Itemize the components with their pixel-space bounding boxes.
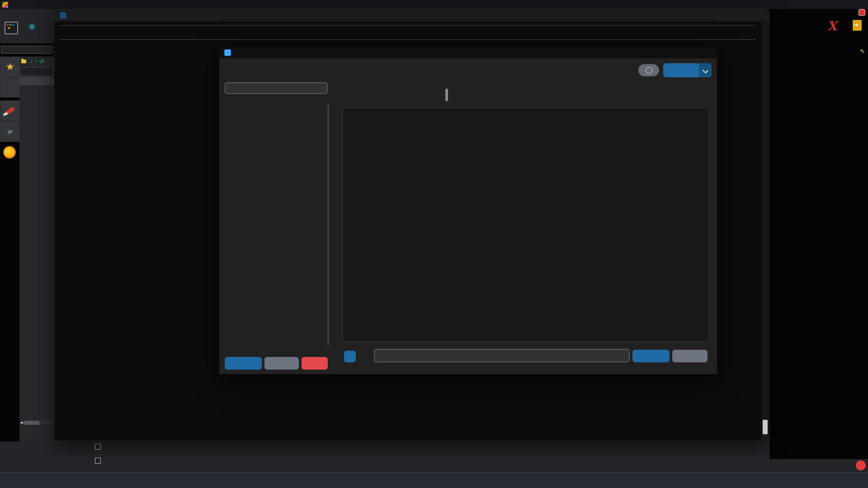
tools-button[interactable] (0, 77, 20, 98)
language-dropdown[interactable] (663, 63, 712, 77)
name-column-header[interactable] (19, 77, 54, 86)
notification-icon[interactable] (859, 9, 865, 16)
taskbar (0, 472, 868, 488)
tab-bar (445, 89, 448, 101)
server-manager-window (219, 47, 717, 374)
delete-server-button[interactable] (302, 357, 328, 370)
folder-up-icon[interactable] (21, 59, 27, 64)
server-manager-titlebar[interactable] (219, 47, 717, 58)
info-button[interactable] (638, 64, 659, 76)
sudo-checkbox[interactable] (344, 351, 356, 362)
mobaxterm-footer (0, 441, 868, 472)
session-icon (5, 22, 18, 34)
remote-monitoring-checkbox[interactable] (95, 444, 101, 450)
info-icon (646, 67, 652, 74)
chevron-down-icon (699, 63, 712, 77)
follow-terminal-checkbox[interactable] (95, 458, 101, 464)
mobaxterm-menubar (0, 9, 57, 20)
server-manager-app-icon (224, 49, 231, 56)
desktop: ✳ ★ ➢ ↓ ↑ ↺ ◀ (0, 0, 868, 488)
sftp-file-panel: ↓ ↑ ↺ ◀ (19, 56, 54, 441)
server-list-scrollbar[interactable] (327, 104, 329, 346)
mobaxterm-app-icon (2, 2, 8, 8)
add-server-button[interactable] (225, 357, 262, 370)
x-server-icon[interactable]: X (827, 19, 837, 33)
exit-icon[interactable] (853, 20, 862, 31)
globe-icon[interactable] (3, 146, 16, 159)
powershell-icon (60, 12, 66, 19)
macros-button[interactable] (0, 100, 20, 121)
favorites-button[interactable]: ★ (0, 56, 20, 77)
clear-button[interactable] (672, 350, 708, 362)
command-input[interactable] (374, 349, 630, 362)
server-search-input[interactable] (225, 82, 328, 94)
quick-connect[interactable] (1, 45, 52, 53)
pencil-icon[interactable]: ✎ (860, 48, 865, 55)
terminal-prompt-box[interactable] (59, 25, 755, 40)
paper-plane-icon: ➢ (5, 125, 15, 138)
mobaxterm-titlebar (0, 0, 868, 9)
quick-connect-input[interactable] (1, 46, 52, 54)
session-button[interactable] (0, 21, 23, 35)
swiss-knife-icon (5, 106, 15, 115)
star-icon: ★ (5, 61, 14, 73)
background-terminal-window: X ✎ (769, 9, 868, 459)
path-field[interactable] (20, 67, 53, 76)
refresh-icon[interactable]: ↺ (39, 58, 44, 65)
terminal-titlebar[interactable] (54, 9, 769, 21)
servers-button[interactable]: ✳ (21, 21, 43, 33)
terminal-scrollbar[interactable] (762, 22, 769, 441)
send-button[interactable]: ➢ (0, 121, 20, 142)
scrollbar-thumb[interactable] (763, 420, 768, 434)
close-monitoring-button[interactable] (856, 460, 866, 470)
scroll-left-icon[interactable]: ◀ (20, 420, 23, 425)
download-icon[interactable]: ↓ (30, 58, 33, 65)
mobaxterm-toolbar: ✳ (0, 20, 54, 43)
upload-icon[interactable]: ↑ (35, 58, 38, 65)
run-command-button[interactable] (632, 350, 670, 362)
file-panel-toolbar: ↓ ↑ ↺ (19, 56, 54, 66)
servers-icon: ✳ (26, 22, 38, 33)
edit-server-button[interactable] (264, 357, 299, 370)
terminal-output-area[interactable] (342, 107, 709, 342)
file-panel-scrollbar[interactable]: ◀ (20, 420, 53, 425)
